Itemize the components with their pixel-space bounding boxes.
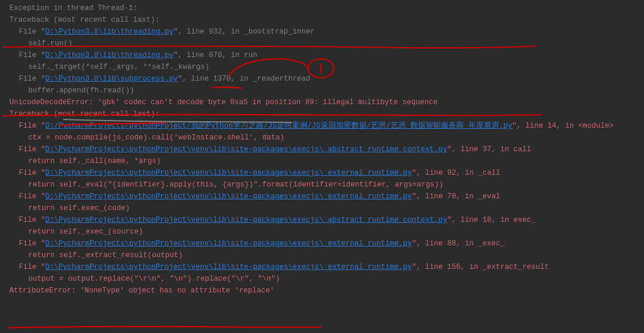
console-line: File "D:\Python3.8\lib\threading.py", li… (0, 26, 644, 38)
text-segment: ctx = node.compile(js_code).call('webIns… (28, 134, 284, 142)
text-segment: File " (19, 192, 45, 201)
console-line: File "D:/PycharmProjects/pythonProject/我… (0, 120, 644, 132)
file-link[interactable]: D:\PycharmProjects\pythonProject\venv\li… (45, 239, 412, 248)
console-line: File "D:\PycharmProjects\pythonProject\v… (0, 261, 644, 273)
text-segment: ", line 78, in _eval (412, 192, 500, 201)
text-segment: return self._call(name, *args) (28, 157, 161, 165)
console-line: File "D:\PycharmProjects\pythonProject\v… (0, 238, 644, 249)
text-segment: self._target(*self._args, **self._kwargs… (28, 63, 210, 71)
text-segment: ", line 92, in _call (412, 169, 500, 177)
text-segment: ", line 14, in <module> (512, 122, 614, 130)
console-line: File "D:\PycharmProjects\pythonProject\v… (0, 167, 644, 179)
text-segment: File " (19, 75, 45, 83)
console-line: AttributeError: 'NoneType' object has no… (0, 285, 644, 297)
text-segment: return self._extract_result(output) (28, 251, 183, 259)
text-segment: ", line 18, in exec_ (447, 216, 536, 224)
text-segment: Traceback (most recent call last): (9, 110, 160, 118)
file-link[interactable]: D:\Python3.8\lib\threading.py (45, 28, 174, 36)
console-line: return self._eval("{identifier}.apply(th… (0, 179, 644, 191)
console-line: File "D:\PycharmProjects\pythonProject\v… (0, 144, 644, 155)
file-link[interactable]: D:/PycharmProjects/pythonProject/我的Pytho… (45, 122, 512, 130)
console-line: Exception in thread Thread-1: (0, 2, 644, 14)
text-segment: File " (19, 51, 45, 59)
console-line: File "D:\PycharmProjects\pythonProject\v… (0, 191, 644, 202)
text-segment: ", line 88, in _exec_ (412, 239, 505, 248)
text-segment: self.run() (28, 39, 72, 48)
console-line: File "D:\PycharmProjects\pythonProject\v… (0, 214, 644, 226)
text-segment: ", line 932, in _bootstrap_inner (174, 28, 315, 36)
file-link[interactable]: D:\PycharmProjects\pythonProject\venv\li… (45, 169, 412, 177)
console-line: UnicodeDecodeError: 'gbk' codec can't de… (0, 96, 644, 108)
console-line: self._target(*self._args, **self._kwargs… (0, 61, 644, 73)
console-line: Traceback (most recent call last): (0, 108, 644, 120)
console-line: return self._exec_(source) (0, 226, 644, 238)
file-link[interactable]: D:\PycharmProjects\pythonProject\venv\li… (45, 145, 447, 154)
console-line: return self._call(name, *args) (0, 155, 644, 167)
text-segment: buffer.append(fh.read()) (28, 86, 134, 95)
console-line: buffer.append(fh.read()) (0, 85, 644, 96)
console-line: File "D:\Python3.8\lib\subprocess.py", l… (0, 73, 644, 85)
console-line: return self._extract_result(output) (0, 249, 644, 261)
text-segment: File " (19, 169, 45, 177)
console-line: output = output.replace("\r\n", "\n").re… (0, 273, 644, 285)
console-line: Traceback (most recent call last): (0, 14, 644, 26)
text-segment: ", line 1370, in _readerthread (178, 75, 310, 83)
text-segment: File " (19, 122, 45, 130)
file-link[interactable]: D:\PycharmProjects\pythonProject\venv\li… (45, 192, 412, 201)
text-segment: UnicodeDecodeError: 'gbk' codec can't de… (9, 98, 438, 106)
console-output: Exception in thread Thread-1:Traceback (… (0, 2, 644, 297)
text-segment: AttributeError: 'NoneType' object has no… (9, 287, 274, 295)
file-link[interactable]: D:\PycharmProjects\pythonProject\venv\li… (45, 263, 412, 271)
file-link[interactable]: D:\PycharmProjects\pythonProject\venv\li… (45, 216, 447, 224)
text-segment: return self.exec_(code) (28, 204, 130, 212)
file-link[interactable]: D:\Python3.8\lib\subprocess.py (45, 75, 178, 83)
text-segment: return self._exec_(source) (28, 228, 143, 236)
console-line: File "D:\Python3.8\lib\threading.py", li… (0, 49, 644, 61)
text-segment: ", line 156, in _extract_result (412, 263, 549, 271)
text-segment: File " (19, 28, 45, 36)
file-link[interactable]: D:\Python3.8\lib\threading.py (45, 51, 174, 59)
text-segment: ", line 870, in run (174, 51, 258, 59)
text-segment: File " (19, 263, 45, 271)
text-segment: Traceback (most recent call last): (9, 16, 160, 24)
console-line: return self.exec_(code) (0, 202, 644, 214)
console-line: self.run() (0, 38, 644, 49)
text-segment: File " (19, 145, 45, 154)
text-segment: File " (19, 216, 45, 224)
text-segment: File " (19, 239, 45, 248)
text-segment: ", line 37, in call (447, 145, 532, 154)
text-segment: Exception in thread Thread-1: (9, 4, 138, 12)
text-segment: return self._eval("{identifier}.apply(th… (28, 181, 443, 189)
console-line: ctx = node.compile(js_code).call('webIns… (0, 132, 644, 144)
text-segment: output = output.replace("\r\n", "\n").re… (28, 275, 280, 283)
